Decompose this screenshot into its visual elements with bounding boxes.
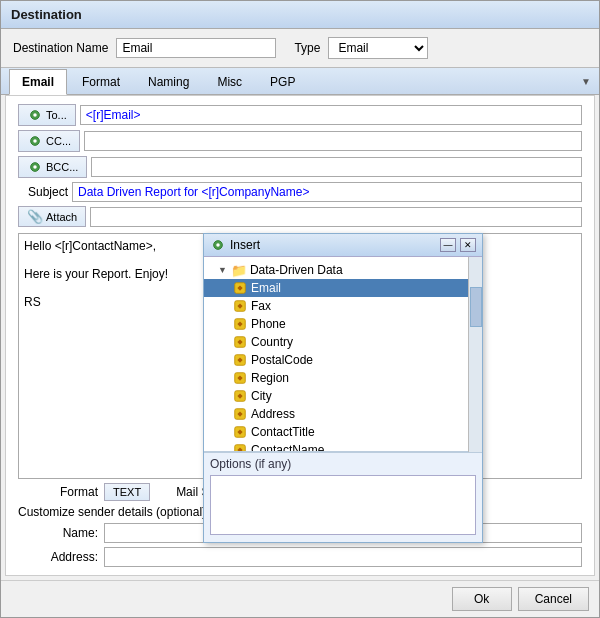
tab-format[interactable]: Format bbox=[69, 69, 133, 95]
tree-item-label: Country bbox=[251, 335, 293, 349]
tabs-bar: Email Format Naming Misc PGP ▼ bbox=[1, 67, 599, 95]
list-item[interactable]: Country bbox=[204, 333, 468, 351]
insert-title-controls: — ✕ bbox=[440, 238, 476, 252]
format-button[interactable]: TEXT bbox=[104, 483, 150, 501]
item-icon bbox=[232, 388, 248, 404]
body-area: Hello <[r]ContactName>, Here is your Rep… bbox=[18, 233, 582, 479]
list-item[interactable]: Address bbox=[204, 405, 468, 423]
type-label: Type bbox=[294, 41, 320, 55]
tab-misc[interactable]: Misc bbox=[204, 69, 255, 95]
format-label: Format bbox=[18, 485, 98, 499]
item-icon bbox=[232, 442, 248, 452]
insert-tree-container: ▼ 📁 Data-Driven Data Email bbox=[204, 257, 482, 452]
dialog-footer: Ok Cancel bbox=[1, 580, 599, 617]
insert-gear-icon bbox=[210, 237, 226, 253]
insert-tree[interactable]: ▼ 📁 Data-Driven Data Email bbox=[204, 257, 468, 452]
bcc-button[interactable]: BCC... bbox=[18, 156, 87, 178]
tree-item-label: ContactTitle bbox=[251, 425, 315, 439]
insert-close-button[interactable]: ✕ bbox=[460, 238, 476, 252]
item-icon bbox=[232, 406, 248, 422]
paperclip-icon: 📎 bbox=[27, 209, 43, 224]
tabs-dropdown-arrow[interactable]: ▼ bbox=[581, 76, 591, 87]
folder-icon: 📁 bbox=[231, 262, 247, 278]
destination-dialog: Destination Destination Name Type Email … bbox=[0, 0, 600, 618]
to-button[interactable]: To... bbox=[18, 104, 76, 126]
item-icon bbox=[232, 298, 248, 314]
insert-minimize-button[interactable]: — bbox=[440, 238, 456, 252]
destination-name-row: Destination Name Type Email bbox=[1, 29, 599, 67]
list-item[interactable]: Fax bbox=[204, 297, 468, 315]
cc-icon bbox=[27, 133, 43, 149]
attach-row: 📎 Attach bbox=[18, 206, 582, 227]
list-item[interactable]: Phone bbox=[204, 315, 468, 333]
to-row: To... bbox=[18, 104, 582, 126]
subject-row: Subject bbox=[18, 182, 582, 202]
cc-input[interactable] bbox=[84, 131, 582, 151]
options-content bbox=[210, 475, 476, 535]
options-panel: Options (if any) bbox=[204, 452, 482, 542]
bcc-row: BCC... bbox=[18, 156, 582, 178]
list-item[interactable]: City bbox=[204, 387, 468, 405]
tab-pgp[interactable]: PGP bbox=[257, 69, 308, 95]
customize-sender-label: Customize sender details (optional) bbox=[18, 505, 206, 519]
tree-item-label: PostalCode bbox=[251, 353, 313, 367]
insert-popup: Insert — ✕ ▼ 📁 Data-Driven Data bbox=[203, 233, 483, 543]
item-icon bbox=[232, 280, 248, 296]
address-label: Address: bbox=[18, 550, 98, 564]
tree-scrollbar[interactable] bbox=[468, 257, 482, 452]
list-item[interactable]: ▼ 📁 Data-Driven Data bbox=[204, 261, 468, 279]
tree-item-label: ContactName bbox=[251, 443, 324, 452]
to-input[interactable] bbox=[80, 105, 582, 125]
insert-title: Insert bbox=[230, 238, 436, 252]
list-item[interactable]: Region bbox=[204, 369, 468, 387]
bcc-icon bbox=[27, 159, 43, 175]
item-icon bbox=[232, 370, 248, 386]
to-icon bbox=[27, 107, 43, 123]
tree-item-label: Phone bbox=[251, 317, 286, 331]
cancel-button[interactable]: Cancel bbox=[518, 587, 589, 611]
list-item[interactable]: Email bbox=[204, 279, 468, 297]
address-row: Address: bbox=[18, 547, 582, 567]
tab-email[interactable]: Email bbox=[9, 69, 67, 95]
options-label: Options (if any) bbox=[210, 457, 476, 471]
list-item[interactable]: ContactTitle bbox=[204, 423, 468, 441]
destination-name-input[interactable] bbox=[116, 38, 276, 58]
list-item[interactable]: PostalCode bbox=[204, 351, 468, 369]
cc-button[interactable]: CC... bbox=[18, 130, 80, 152]
svg-point-3 bbox=[33, 139, 37, 143]
cc-row: CC... bbox=[18, 130, 582, 152]
name-label: Name: bbox=[18, 526, 98, 540]
tree-item-label: Address bbox=[251, 407, 295, 421]
insert-title-bar: Insert — ✕ bbox=[204, 234, 482, 257]
content-area: To... CC... bbox=[5, 95, 595, 576]
tree-item-label: Fax bbox=[251, 299, 271, 313]
svg-point-7 bbox=[216, 243, 220, 247]
item-icon bbox=[232, 352, 248, 368]
item-icon bbox=[232, 334, 248, 350]
svg-point-1 bbox=[33, 113, 37, 117]
item-icon bbox=[232, 424, 248, 440]
attach-input[interactable] bbox=[90, 207, 582, 227]
item-icon bbox=[232, 316, 248, 332]
tree-item-label: Region bbox=[251, 371, 289, 385]
address-input[interactable] bbox=[104, 547, 582, 567]
subject-input[interactable] bbox=[72, 182, 582, 202]
ok-button[interactable]: Ok bbox=[452, 587, 512, 611]
tree-item-label: Email bbox=[251, 281, 281, 295]
type-select[interactable]: Email bbox=[328, 37, 428, 59]
subject-label: Subject bbox=[18, 185, 68, 199]
svg-point-5 bbox=[33, 165, 37, 169]
dialog-title: Destination bbox=[1, 1, 599, 29]
destination-name-label: Destination Name bbox=[13, 41, 108, 55]
attach-button[interactable]: 📎 Attach bbox=[18, 206, 86, 227]
expand-arrow-icon: ▼ bbox=[218, 265, 227, 275]
tree-item-label: Data-Driven Data bbox=[250, 263, 343, 277]
list-item[interactable]: ContactName bbox=[204, 441, 468, 452]
tab-naming[interactable]: Naming bbox=[135, 69, 202, 95]
bcc-input[interactable] bbox=[91, 157, 582, 177]
tree-item-label: City bbox=[251, 389, 272, 403]
